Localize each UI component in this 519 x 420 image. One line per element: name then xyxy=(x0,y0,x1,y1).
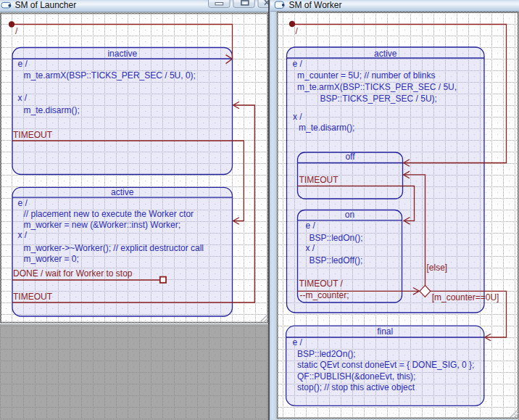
svg-text:inactive: inactive xyxy=(107,49,137,59)
svg-text:x /: x / xyxy=(18,230,28,240)
svg-text:SM of Worker: SM of Worker xyxy=(288,0,341,10)
svg-text:TIMEOUT /: TIMEOUT / xyxy=(299,279,344,289)
svg-text:final: final xyxy=(377,326,393,337)
svg-text:m_te.armX(BSP::TICKS_PER_SEC /: m_te.armX(BSP::TICKS_PER_SEC / 5U, xyxy=(297,82,457,92)
svg-text:[else]: [else] xyxy=(427,263,448,273)
svg-text:// placement new to execute th: // placement new to execute the Worker c… xyxy=(24,209,194,219)
svg-text:e /: e / xyxy=(293,59,303,69)
svg-text:TIMEOUT: TIMEOUT xyxy=(299,175,339,185)
svg-text:m_worker->~Worker(); // explic: m_worker->~Worker(); // explicit destruc… xyxy=(24,243,204,253)
svg-text:DONE / wait for Worker to stop: DONE / wait for Worker to stop xyxy=(13,268,133,279)
svg-text:off: off xyxy=(345,152,355,162)
svg-text:m_worker = 0;: m_worker = 0; xyxy=(24,254,79,264)
svg-text:m_te.armX(BSP::TICKS_PER_SEC /: m_te.armX(BSP::TICKS_PER_SEC / 5U, 0); xyxy=(24,70,196,81)
svg-text:SM of Launcher: SM of Launcher xyxy=(15,0,77,10)
svg-text:e /: e / xyxy=(18,59,28,69)
svg-text:[m_counter==0U]: [m_counter==0U] xyxy=(432,292,499,302)
svg-text:x /: x / xyxy=(306,243,315,253)
svg-text:active: active xyxy=(374,49,397,59)
svg-text:TIMEOUT: TIMEOUT xyxy=(13,292,53,302)
svg-text:x /: x / xyxy=(293,112,302,122)
svg-text:BSP::TICKS_PER_SEC / 5U);: BSP::TICKS_PER_SEC / 5U); xyxy=(320,94,437,104)
svg-text:static QEvt const doneEvt = {: static QEvt const doneEvt = { DONE_SIG, … xyxy=(297,360,474,370)
svg-text:active: active xyxy=(111,187,134,197)
svg-text:stop(); // stop this active ob: stop(); // stop this active object xyxy=(297,382,415,392)
svg-text:x /: x / xyxy=(18,93,28,103)
svg-text:m_te.disarm();: m_te.disarm(); xyxy=(24,105,80,115)
svg-text:e /: e / xyxy=(18,198,28,208)
svg-text:m_counter = 5U; // number of b: m_counter = 5U; // number of blinks xyxy=(297,70,435,81)
svg-text:BSP::led2On();: BSP::led2On(); xyxy=(297,349,356,359)
svg-text:m_te.disarm();: m_te.disarm(); xyxy=(299,123,354,133)
svg-text:BSP::ledOff();: BSP::ledOff(); xyxy=(310,255,363,265)
svg-text:m_worker = new (&Worker::inst): m_worker = new (&Worker::inst) Worker; xyxy=(24,220,181,230)
svg-text:QF::PUBLISH(&doneEvt, this);: QF::PUBLISH(&doneEvt, this); xyxy=(297,371,415,382)
svg-text:BSP::ledOn();: BSP::ledOn(); xyxy=(310,233,363,243)
svg-text:on: on xyxy=(345,210,354,220)
svg-text:e /: e / xyxy=(306,221,316,231)
svg-text:e /: e / xyxy=(293,337,303,347)
svg-text:TIMEOUT: TIMEOUT xyxy=(13,130,53,140)
